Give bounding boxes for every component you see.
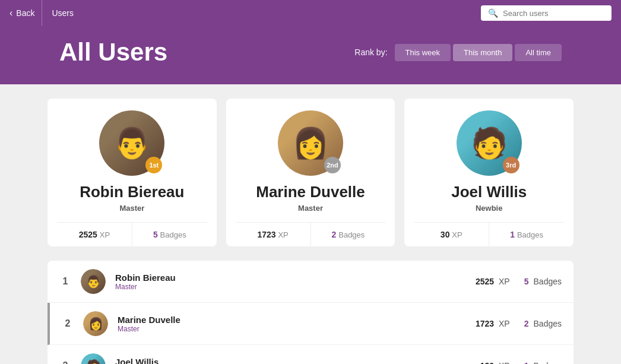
rank-tabs: This week This month All time xyxy=(395,44,562,61)
card-stats-2: 1723 XP 2 Badges xyxy=(236,222,386,246)
card-level-2: Master xyxy=(298,204,323,213)
tab-all-time[interactable]: All time xyxy=(515,44,562,61)
card-badges-value-2: 2 xyxy=(332,230,337,239)
top3-cards: 👨 1st Robin Biereau Master 2525 XP 5 Bad… xyxy=(47,99,574,246)
search-input[interactable] xyxy=(503,9,604,18)
card-level-1: Master xyxy=(119,204,144,213)
avatar-wrapper-1: 👨 1st xyxy=(99,110,164,176)
row-badges-1: 5 xyxy=(524,277,529,286)
card-badges-label-2: Badges xyxy=(338,230,365,239)
row-xp-label-2: XP xyxy=(499,319,510,328)
row-badges-2: 2 xyxy=(524,319,529,328)
row-rank-3: 3 xyxy=(59,360,71,364)
avatar-wrapper-3: 🧑 3rd xyxy=(457,110,522,176)
card-name-1: Robin Biereau xyxy=(80,183,184,201)
tab-this-week[interactable]: This week xyxy=(395,44,451,61)
list-row-1[interactable]: 1 👨 Robin Biereau Master 2525 XP 5 Badge… xyxy=(47,261,574,303)
hero-section: All Users Rank by: This week This month … xyxy=(0,26,621,84)
row-avatar-2: 👩 xyxy=(83,311,108,336)
row-info-1: Robin Biereau Master xyxy=(115,273,466,291)
users-breadcrumb: Users xyxy=(42,8,83,18)
row-avatar-img-3: 🧑 xyxy=(81,353,106,364)
navbar: ‹ Back Users 🔍 xyxy=(0,0,621,26)
row-xp-2: 1723 xyxy=(476,319,494,328)
row-info-3: Joel Willis Newbie xyxy=(115,357,471,365)
avatar-wrapper-2: 👩 2nd xyxy=(278,110,343,176)
user-card-3: 🧑 3rd Joel Willis Newbie 30 XP 1 Badges xyxy=(404,99,574,246)
row-avatar-1: 👨 xyxy=(81,269,106,294)
list-row-3[interactable]: 3 🧑 Joel Willis Newbie 130 XP 1 Badges xyxy=(47,345,574,364)
row-avatar-img-1: 👨 xyxy=(81,269,106,294)
card-xp-label-1: XP xyxy=(100,230,110,239)
row-badges-label-3: Badges xyxy=(534,361,562,364)
main-content: 👨 1st Robin Biereau Master 2525 XP 5 Bad… xyxy=(0,84,621,364)
card-xp-value-3: 30 xyxy=(441,230,450,239)
back-arrow-icon: ‹ xyxy=(9,8,12,18)
row-xp-1: 2525 xyxy=(476,277,494,286)
row-xp-label-1: XP xyxy=(499,277,510,286)
row-name-3: Joel Willis xyxy=(115,357,471,365)
row-badges-3: 1 xyxy=(524,361,529,364)
search-bar: 🔍 xyxy=(481,5,612,21)
row-xp-label-3: XP xyxy=(499,361,510,364)
card-badges-3: 1 Badges xyxy=(489,223,564,246)
back-label: Back xyxy=(16,8,34,18)
card-badges-label-1: Badges xyxy=(160,230,186,239)
row-badges-label-1: Badges xyxy=(534,277,562,286)
back-button[interactable]: ‹ Back xyxy=(9,0,42,26)
card-badges-1: 5 Badges xyxy=(132,223,207,246)
row-name-1: Robin Biereau xyxy=(115,273,466,283)
card-badges-2: 2 Badges xyxy=(311,223,386,246)
rank-by-section: Rank by: This week This month All time xyxy=(354,44,562,61)
page-title: All Users xyxy=(59,38,167,67)
row-level-2: Master xyxy=(118,325,466,333)
row-badges-label-2: Badges xyxy=(534,319,562,328)
tab-this-month[interactable]: This month xyxy=(453,44,512,61)
rank-badge-3: 3rd xyxy=(503,157,519,173)
row-stats-1: 2525 XP 5 Badges xyxy=(476,277,562,286)
card-xp-value-2: 1723 xyxy=(257,230,275,239)
card-xp-3: 30 XP xyxy=(414,223,489,246)
row-rank-2: 2 xyxy=(62,318,74,329)
card-xp-value-1: 2525 xyxy=(79,230,97,239)
row-stats-3: 130 XP 1 Badges xyxy=(480,361,562,364)
user-card-2: 👩 2nd Marine Duvelle Master 1723 XP 2 Ba… xyxy=(226,99,395,246)
user-card-1: 👨 1st Robin Biereau Master 2525 XP 5 Bad… xyxy=(47,99,217,246)
user-list: 1 👨 Robin Biereau Master 2525 XP 5 Badge… xyxy=(47,261,574,364)
list-row-2[interactable]: 2 👩 Marine Duvelle Master 1723 XP 2 Badg… xyxy=(47,303,574,345)
search-icon: 🔍 xyxy=(488,8,498,18)
row-info-2: Marine Duvelle Master xyxy=(118,315,466,333)
card-badges-value-3: 1 xyxy=(510,230,515,239)
card-xp-label-2: XP xyxy=(278,230,288,239)
row-xp-3: 130 xyxy=(480,361,494,364)
card-xp-label-3: XP xyxy=(452,230,462,239)
row-level-1: Master xyxy=(115,283,466,291)
card-xp-1: 2525 XP xyxy=(57,223,132,246)
card-badges-label-3: Badges xyxy=(517,230,543,239)
card-badges-value-1: 5 xyxy=(153,230,158,239)
row-avatar-3: 🧑 xyxy=(81,353,106,364)
row-rank-1: 1 xyxy=(59,276,71,287)
rank-badge-1: 1st xyxy=(145,157,162,173)
card-level-3: Newbie xyxy=(476,204,503,213)
row-stats-2: 1723 XP 2 Badges xyxy=(476,319,562,328)
card-xp-2: 1723 XP xyxy=(236,223,311,246)
card-stats-3: 30 XP 1 Badges xyxy=(414,222,564,246)
card-stats-1: 2525 XP 5 Badges xyxy=(57,222,207,246)
rank-by-label: Rank by: xyxy=(354,48,387,57)
rank-badge-2: 2nd xyxy=(324,157,341,173)
row-avatar-img-2: 👩 xyxy=(83,311,108,336)
card-name-3: Joel Willis xyxy=(451,183,527,201)
row-name-2: Marine Duvelle xyxy=(118,315,466,325)
card-name-2: Marine Duvelle xyxy=(256,183,365,201)
